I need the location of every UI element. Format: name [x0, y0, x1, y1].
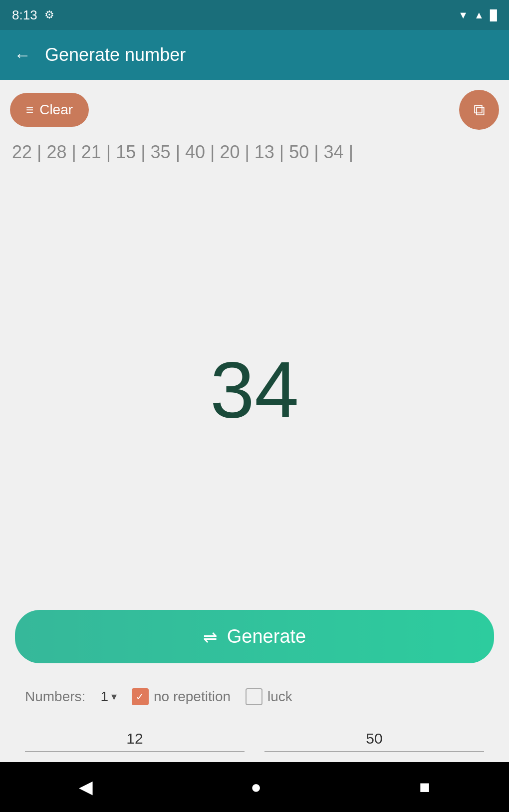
big-number-container: 34: [10, 170, 499, 610]
max-range-field: 50: [264, 730, 484, 752]
clear-label: Clear: [39, 102, 73, 118]
no-repetition-checkbox[interactable]: ✓: [132, 688, 149, 705]
current-number: 34: [210, 344, 299, 436]
nav-recent-button[interactable]: ■: [419, 777, 430, 798]
status-bar: 8:13 ⚙ ▼ ▲ █: [0, 0, 509, 30]
numbers-label: Numbers:: [25, 689, 85, 705]
settings-icon: ⚙: [44, 8, 54, 21]
action-row: ≡ Clear ⧉: [10, 90, 499, 130]
max-range-line: [264, 751, 484, 752]
dropdown-arrow-icon: ▾: [111, 690, 117, 703]
min-range-field: 12: [25, 730, 245, 752]
max-range-value[interactable]: 50: [366, 730, 382, 747]
nav-home-button[interactable]: ●: [251, 777, 261, 798]
battery-icon: █: [490, 9, 497, 21]
main-content: ≡ Clear ⧉ 22 | 28 | 21 | 15 | 35 | 40 | …: [0, 80, 509, 762]
generate-button[interactable]: ⇌ Generate: [15, 610, 494, 663]
options-section: Numbers: 1 ▾ ✓ no repetition luck: [10, 678, 499, 715]
back-button[interactable]: ←: [14, 45, 31, 65]
min-range-value[interactable]: 12: [126, 730, 143, 747]
no-repetition-label: no repetition: [154, 689, 231, 705]
luck-checkbox[interactable]: [246, 688, 262, 705]
no-repetition-option[interactable]: ✓ no repetition: [132, 688, 231, 705]
clear-button[interactable]: ≡ Clear: [10, 93, 89, 127]
copy-icon: ⧉: [474, 101, 485, 119]
options-row: Numbers: 1 ▾ ✓ no repetition luck: [25, 688, 484, 705]
generate-label: Generate: [227, 626, 306, 647]
generate-section: ⇌ Generate: [10, 610, 499, 678]
numbers-dropdown[interactable]: 1 ▾: [100, 689, 117, 705]
status-time: 8:13: [12, 7, 37, 23]
shuffle-icon: ⇌: [203, 627, 217, 647]
numbers-value: 1: [100, 689, 108, 705]
copy-button[interactable]: ⧉: [459, 90, 499, 130]
luck-label: luck: [267, 689, 292, 705]
nav-bar: ◀ ● ■: [0, 762, 509, 812]
app-title: Generate number: [45, 44, 186, 65]
nav-back-button[interactable]: ◀: [79, 777, 93, 798]
numbers-display: 22 | 28 | 21 | 15 | 35 | 40 | 20 | 13 | …: [10, 140, 499, 165]
status-left: 8:13 ⚙: [12, 7, 54, 23]
wifi-icon: ▼: [458, 9, 468, 21]
min-range-line: [25, 751, 245, 752]
menu-icon: ≡: [26, 102, 33, 118]
luck-option[interactable]: luck: [246, 688, 292, 705]
range-section: 12 50: [10, 715, 499, 762]
status-right: ▼ ▲ █: [458, 9, 497, 21]
app-bar: ← Generate number: [0, 30, 509, 80]
signal-icon: ▲: [474, 9, 484, 21]
